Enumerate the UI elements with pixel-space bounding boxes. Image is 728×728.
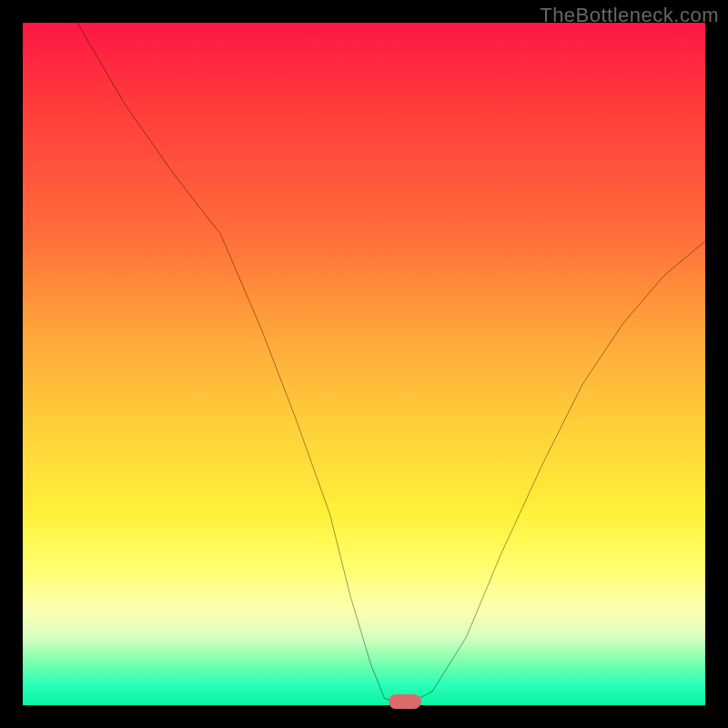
watermark-text: TheBottleneck.com xyxy=(540,4,719,27)
bottleneck-curve xyxy=(23,23,705,705)
plot-area xyxy=(23,23,705,705)
chart-frame: TheBottleneck.com xyxy=(0,0,728,728)
optimal-point-marker xyxy=(389,694,421,709)
